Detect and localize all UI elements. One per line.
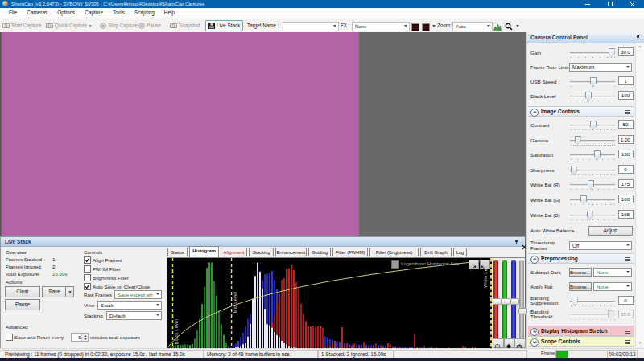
dropdown-timestamp-frames[interactable]: Off [569,241,632,250]
menu-tools[interactable]: Tools [108,8,130,18]
dropdown-frame-rate-limit[interactable]: Maximum [569,63,632,72]
background-color-swatch[interactable] [422,23,430,31]
value-saturation[interactable]: 150 [618,150,634,158]
pause-button[interactable]: Pause [138,19,161,32]
live-stack-button[interactable]: Live Stack [205,20,243,31]
snapshot-button[interactable]: Snapshot [170,19,200,32]
level-slider-red[interactable] [493,260,498,341]
tab-alignment[interactable]: Alignment [221,248,247,257]
value-black-level[interactable]: 100 [618,91,634,100]
value-banding-suppression[interactable]: 0 [618,296,634,305]
section-header-image-controls[interactable]: Image Controls [528,106,634,117]
menu-help[interactable]: Help [159,8,180,18]
value-gain[interactable]: 30.0 [618,47,634,56]
button-adjust[interactable]: Adjust [588,226,633,236]
checkbox-fwhm-filter[interactable] [84,265,91,273]
browse-button-apply-flat[interactable]: Browse... [569,282,592,291]
chevron-up-circle-icon[interactable] [530,256,539,264]
level-slider-handle[interactable] [518,308,527,314]
tab-histogram[interactable]: Histogram [189,246,219,257]
dropdown-subtract-dark[interactable]: None [593,268,632,277]
menu-cameras[interactable]: Cameras [22,8,52,18]
start-capture-button[interactable]: Start Capture [2,19,41,32]
slider-track-black-level[interactable] [570,96,615,99]
histogram-toggle-icon[interactable] [493,23,502,31]
section-header-display-histogram-stretch[interactable]: Display Histogram Stretch [528,326,634,336]
reset-minutes-input[interactable]: 5 [71,333,89,342]
stretch-outline-button[interactable] [493,338,504,348]
stacking-combo[interactable]: Default [106,311,162,320]
level-slider-green[interactable] [502,260,507,341]
menu-icon[interactable] [625,256,630,261]
stretch-reset-button[interactable] [514,338,526,348]
tab-status[interactable]: Status [167,248,188,257]
camera-panel-scrollbar[interactable]: ▲ ▼ [635,43,644,347]
slider-track-white-bal-g[interactable] [570,199,615,203]
scroll-down-icon[interactable]: ▼ [636,339,644,347]
stop-capture-button[interactable]: Stop Capture [100,19,138,32]
value-usb-speed[interactable]: 1 [618,76,634,85]
quick-capture-button[interactable]: Quick Capture [46,19,92,32]
tab-filter-brightness[interactable]: Filter (Brightness) [369,248,419,257]
zoom-extents-button[interactable] [469,260,479,269]
value-gamma[interactable]: 1.00 [618,135,634,144]
close-button[interactable] [625,0,640,8]
menu-file[interactable]: File [4,8,22,18]
level-slider-handle[interactable] [510,298,519,305]
tab-guiding[interactable]: Guiding [308,248,331,257]
target-name-combo[interactable] [283,22,339,31]
save-reset-checkbox[interactable] [6,334,13,341]
spinner-arrows-icon[interactable] [81,334,88,341]
raw-frames-combo[interactable]: Save except wh [114,290,162,299]
browse-button-subtract-dark[interactable]: Browse... [569,268,592,277]
level-slider-gray[interactable] [519,260,524,341]
log-axis-checkbox[interactable] [391,260,399,269]
menu-capture[interactable]: Capture [80,8,108,18]
slider-track-saturation[interactable] [570,154,615,158]
value-banding-threshold[interactable]: 35.0 [618,310,634,318]
clear-button[interactable]: Clear [5,286,40,297]
save-dropdown-button[interactable] [65,286,74,297]
tab-drift-graph[interactable]: Drift Graph [420,248,452,257]
foreground-color-swatch[interactable] [411,23,419,31]
pin-icon[interactable] [514,239,518,244]
menu-options[interactable]: Options [52,8,80,18]
pin-icon[interactable] [636,35,640,40]
magnifier-icon[interactable] [505,23,513,31]
chevron-down-circle-icon[interactable] [530,338,539,347]
tab-filter-fwhm[interactable]: Filter (FWHM) [332,248,368,257]
minimize-button[interactable] [580,0,595,8]
scroll-up-icon[interactable]: ▲ [636,43,644,50]
value-white-bal-r[interactable]: 175 [618,179,634,188]
pause-stack-button[interactable]: Pause [5,299,40,310]
maximize-button[interactable] [603,0,617,8]
level-slider-handle[interactable] [502,298,510,305]
checkbox-brightness-filter[interactable] [84,274,91,281]
zoom-combo[interactable]: Auto [452,22,493,31]
tab-stacking[interactable]: Stacking [249,248,274,257]
tab-log[interactable]: Log [453,248,467,257]
section-header-scope-controls[interactable]: Scope Controls [528,336,634,347]
value-white-bal-b[interactable]: 155 [618,210,634,219]
value-sharpness[interactable]: 0 [618,165,634,174]
tab-enhancement[interactable]: Enhancement [275,248,307,257]
menu-icon[interactable] [625,109,630,114]
chevron-down-circle-icon[interactable] [530,328,539,336]
value-contrast[interactable]: 50 [618,120,634,129]
level-slider-handle[interactable] [493,298,502,305]
menu-icon[interactable] [625,329,630,334]
stretch-apply-button[interactable] [504,338,515,348]
checkbox-auto-save-on-clear-close[interactable] [84,283,91,290]
level-slider-blue[interactable] [511,260,516,341]
menu-icon[interactable] [625,339,630,344]
value-white-bal-g[interactable]: 100 [618,195,634,203]
chevron-up-circle-icon[interactable] [530,109,539,117]
dropdown-apply-flat[interactable]: None [593,282,632,291]
close-icon[interactable] [522,239,527,253]
menu-scripting[interactable]: Scripting [130,8,159,18]
save-button[interactable]: Save [42,286,67,297]
view-combo[interactable]: Stack [97,301,162,310]
checkbox-align-frames[interactable] [84,256,91,264]
fx-combo[interactable]: None [352,22,410,31]
section-header-preprocessing[interactable]: Preprocessing [528,253,634,264]
